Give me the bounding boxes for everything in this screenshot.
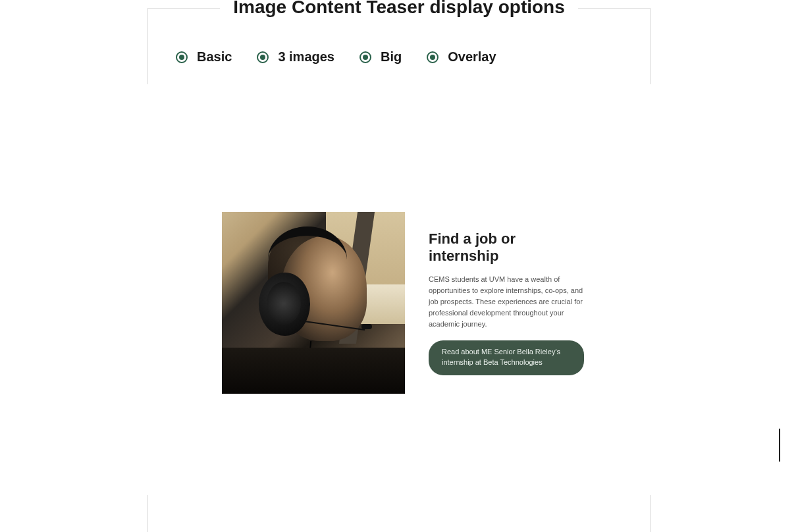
teaser-title: Find a job or internship <box>429 230 584 265</box>
scroll-indicator-stub <box>779 429 780 462</box>
radio-selected-icon <box>257 51 269 63</box>
teaser-image <box>222 212 405 394</box>
option-big[interactable]: Big <box>359 49 402 65</box>
option-3-images[interactable]: 3 images <box>257 49 334 65</box>
options-row: Basic 3 images Big Overlay <box>148 18 650 84</box>
option-label: Big <box>381 49 402 65</box>
option-label: Overlay <box>448 49 496 65</box>
option-overlay[interactable]: Overlay <box>427 49 496 65</box>
radio-selected-icon <box>427 51 439 63</box>
option-label: 3 images <box>278 49 334 65</box>
teaser-text-block: Find a job or internship CEMS students a… <box>429 230 584 375</box>
page-title: Image Content Teaser display options <box>220 0 578 18</box>
teaser-description: CEMS students at UVM have a wealth of op… <box>429 274 584 330</box>
option-label: Basic <box>197 49 232 65</box>
teaser-cta-button[interactable]: Read about ME Senior Bella Rieley's inte… <box>429 340 584 375</box>
image-content-teaser: Find a job or internship CEMS students a… <box>222 212 584 394</box>
display-options-fieldset: Image Content Teaser display options Bas… <box>147 8 651 84</box>
radio-selected-icon <box>176 51 188 63</box>
fieldset-legend: Image Content Teaser display options <box>148 0 650 18</box>
fieldset-bottom-border-fragment <box>147 495 651 532</box>
option-basic[interactable]: Basic <box>176 49 232 65</box>
radio-selected-icon <box>359 51 371 63</box>
